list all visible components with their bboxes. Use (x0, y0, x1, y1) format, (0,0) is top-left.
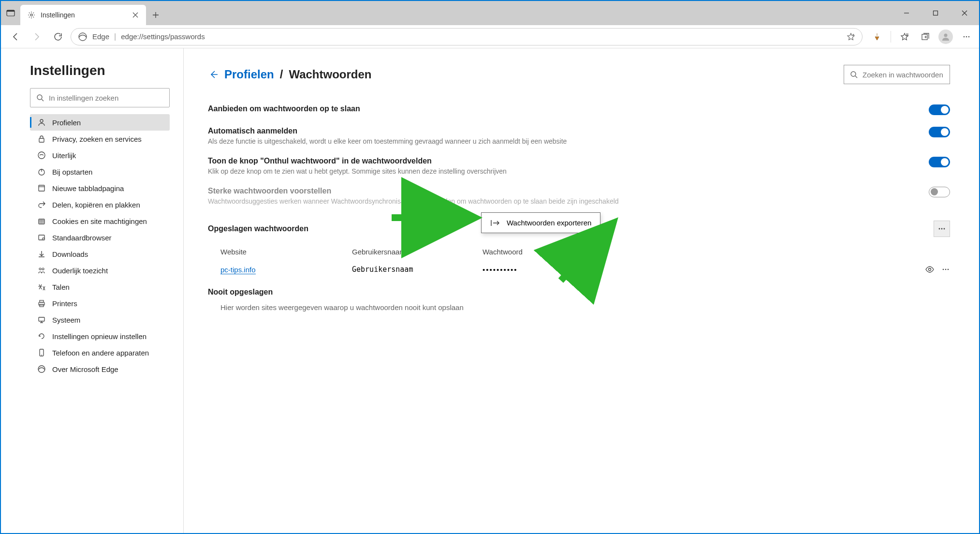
breadcrumb-back-icon[interactable] (208, 69, 219, 80)
sidebar-search[interactable] (30, 88, 170, 107)
sidebar-item-label: Downloads (52, 250, 88, 258)
sidebar-item-label: Systeem (52, 316, 80, 324)
svg-point-20 (42, 268, 44, 270)
passwords-search-input[interactable] (863, 71, 944, 79)
sidebar-item-privacy-zoeken-en-services[interactable]: Privacy, zoeken en services (30, 131, 170, 147)
sidebar-item-cookies-en-site-machtigingen[interactable]: Cookies en site machtigingen (30, 213, 170, 229)
window-controls (892, 1, 979, 25)
share-icon (37, 200, 46, 209)
address-url: edge://settings/passwords (121, 32, 842, 41)
sidebar-item-label: Telefoon en andere apparaten (52, 349, 149, 357)
add-favorite-icon[interactable] (847, 32, 855, 41)
search-icon (36, 94, 44, 102)
download-icon (37, 250, 46, 258)
svg-point-30 (941, 228, 943, 230)
setting-row: Aanbieden om wachtwoorden op te slaan (208, 99, 950, 121)
svg-point-9 (968, 36, 970, 37)
browser-tab[interactable]: Instellingen (20, 5, 146, 25)
sidebar-item-downloads[interactable]: Downloads (30, 246, 170, 262)
sidebar-item-label: Bij opstarten (52, 168, 92, 176)
never-saved-desc: Hier worden sites weergegeven waarop u w… (208, 303, 950, 312)
sidebar-item-label: Talen (52, 283, 70, 291)
sidebar-item-telefoon-en-andere-apparaten[interactable]: Telefoon en andere apparaten (30, 344, 170, 361)
sidebar-item-nieuwe-tabbladpagina[interactable]: Nieuwe tabbladpagina (30, 180, 170, 196)
sidebar-item-label: Profielen (52, 119, 81, 127)
svg-point-29 (939, 228, 940, 230)
sidebar-item-profielen[interactable]: Profielen (30, 114, 170, 131)
refresh-button[interactable] (49, 28, 67, 45)
sidebar-item-delen-kopi-ren-en-plakken[interactable]: Delen, kopiëren en plakken (30, 196, 170, 213)
address-bar[interactable]: Edge | edge://settings/passwords (71, 28, 863, 45)
setting-title: Automatisch aanmelden (208, 127, 909, 135)
system-icon (37, 315, 46, 324)
toggle-switch[interactable] (929, 157, 950, 167)
saved-passwords-title: Opgeslagen wachtwoorden (208, 224, 308, 233)
settings-main: Profielen / Wachtwoorden Aanbieden om wa… (184, 48, 979, 533)
export-label: Wachtwoorden exporteren (507, 219, 591, 227)
profile-icon (37, 118, 46, 127)
sidebar-item-label: Standaardbrowser (52, 234, 112, 242)
setting-description: Wachtwoordsuggesties werken wanneer Wach… (208, 197, 909, 205)
close-window-button[interactable] (950, 1, 979, 25)
sidebar-item-label: Nieuwe tabbladpagina (52, 184, 124, 193)
setting-row: Toon de knop "Onthul wachtwoord" in de w… (208, 151, 950, 181)
breadcrumb-current: Wachtwoorden (289, 68, 371, 81)
svg-point-32 (929, 268, 931, 271)
collections-icon[interactable] (918, 30, 932, 44)
sidebar-item-printers[interactable]: Printers (30, 295, 170, 312)
gear-icon (27, 11, 36, 19)
sidebar-search-input[interactable] (49, 94, 163, 102)
svg-point-2 (30, 14, 32, 16)
search-icon (850, 71, 858, 78)
setting-row: Sterke wachtwoorden voorstellenWachtwoor… (208, 181, 950, 211)
svg-point-31 (944, 228, 945, 230)
col-website: Website (220, 248, 352, 256)
svg-rect-12 (39, 138, 44, 142)
row-more-icon[interactable] (941, 265, 950, 274)
newtab-icon (37, 184, 46, 193)
back-button[interactable] (7, 28, 24, 45)
setting-title: Aanbieden om wachtwoorden op te slaan (208, 104, 909, 113)
breadcrumb-link[interactable]: Profielen (224, 68, 274, 81)
new-tab-button[interactable] (146, 5, 165, 25)
svg-rect-24 (39, 317, 44, 321)
maximize-button[interactable] (921, 1, 950, 25)
close-tab-icon[interactable] (132, 11, 139, 19)
setting-title: Sterke wachtwoorden voorstellen (208, 187, 909, 195)
tab-preview-button[interactable] (1, 1, 20, 25)
svg-point-28 (851, 72, 856, 76)
export-passwords-popup[interactable]: Wachtwoorden exporteren (481, 212, 600, 233)
more-options-button[interactable] (934, 221, 950, 237)
export-icon (490, 219, 500, 227)
appearance-icon (37, 151, 46, 160)
toggle-switch[interactable] (929, 187, 950, 197)
site-link[interactable]: pc-tips.info (220, 266, 256, 274)
toggle-switch[interactable] (929, 104, 950, 115)
profile-avatar[interactable] (938, 30, 953, 44)
toggle-switch[interactable] (929, 127, 950, 137)
passwords-table: Website Gebruikersnaam Wachtwoord pc-tip… (208, 244, 950, 279)
sidebar-item-standaardbrowser[interactable]: Standaardbrowser (30, 229, 170, 246)
favorites-icon[interactable] (898, 30, 911, 44)
extension-icon[interactable] (870, 30, 884, 44)
reset-icon (37, 332, 46, 341)
sidebar-item-label: Printers (52, 299, 77, 308)
reveal-password-icon[interactable] (925, 265, 935, 274)
sidebar-item-over-microsoft-edge[interactable]: Over Microsoft Edge (30, 361, 170, 377)
sidebar-item-bij-opstarten[interactable]: Bij opstarten (30, 163, 170, 180)
passwords-search[interactable] (844, 65, 950, 84)
sidebar-item-uiterlijk[interactable]: Uiterlijk (30, 147, 170, 163)
lock-icon (37, 134, 46, 143)
col-username: Gebruikersnaam (352, 248, 483, 256)
forward-button[interactable] (28, 28, 45, 45)
menu-icon[interactable] (960, 30, 973, 44)
svg-rect-15 (39, 185, 44, 191)
svg-point-4 (79, 33, 87, 41)
sidebar-item-instellingen-opnieuw-instellen[interactable]: Instellingen opnieuw instellen (30, 328, 170, 344)
tab-title: Instellingen (41, 11, 127, 19)
sidebar-item-talen[interactable]: Talen (30, 279, 170, 295)
phone-icon (37, 348, 46, 357)
sidebar-item-systeem[interactable]: Systeem (30, 312, 170, 328)
sidebar-item-ouderlijk-toezicht[interactable]: Ouderlijk toezicht (30, 262, 170, 279)
minimize-button[interactable] (892, 1, 921, 25)
